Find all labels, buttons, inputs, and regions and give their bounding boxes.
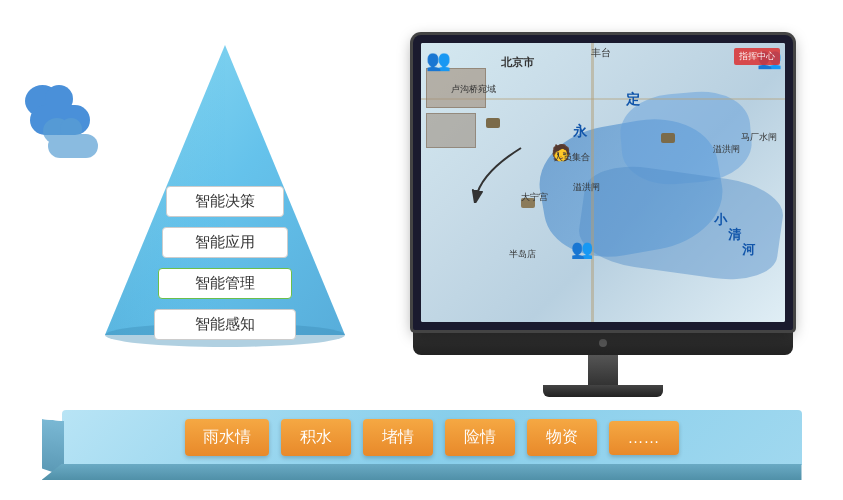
map-label-yong: 永 — [573, 123, 587, 141]
monitor-chin — [413, 330, 793, 355]
map-label-renyuan: 人员集合 — [554, 151, 590, 164]
map-label-beijing: 北京市 — [501, 55, 534, 70]
label-zhiyingyong: 智能应用 — [162, 227, 288, 258]
platform-item-more: …… — [609, 421, 679, 455]
map-label-yihong1: 溢洪闸 — [573, 181, 600, 194]
label-zhiguanli: 智能管理 — [158, 268, 292, 299]
map-content: 👥 👥 🧑 👥 指挥中心 北京市 卢沟桥宛域 丰台 永 定 人员集合 大 — [421, 43, 785, 322]
monitor-power-button — [599, 339, 607, 347]
platform-item-wuzi: 物资 — [527, 419, 597, 456]
map-label-fengtai: 丰台 — [591, 46, 611, 60]
map-label-bandao: 半岛店 — [509, 248, 536, 261]
pyramid-labels: 智能决策 智能应用 智能管理 智能感知 — [95, 40, 355, 350]
cloud-shape-2 — [40, 120, 105, 158]
truck-3 — [661, 133, 675, 143]
monitor-base — [543, 385, 663, 397]
pyramid: 智能决策 智能应用 智能管理 智能感知 — [95, 40, 355, 350]
monitor: 👥 👥 🧑 👥 指挥中心 北京市 卢沟桥宛域 丰台 永 定 人员集合 大 — [403, 35, 803, 405]
monitor-screen-wrapper: 👥 👥 🧑 👥 指挥中心 北京市 卢沟桥宛域 丰台 永 定 人员集合 大 — [413, 35, 793, 330]
platform-bottom-face — [42, 464, 802, 480]
label-zhiganzhi: 智能感知 — [154, 309, 296, 340]
map-label-yihong2: 溢洪闸 — [713, 143, 740, 156]
map-label-lugou: 卢沟桥宛域 — [451, 83, 496, 96]
people-bottom: 👥 — [571, 238, 593, 260]
bottom-platform: 雨水情 积水 堵情 险情 物资 …… — [42, 410, 802, 480]
map-indicator-zhihui: 指挥中心 — [734, 48, 780, 65]
map-label-xiao: 小 — [714, 211, 727, 229]
label-zhijuece: 智能决策 — [166, 186, 284, 217]
map-label-ding: 定 — [626, 91, 640, 109]
monitor-neck — [588, 355, 618, 385]
water-area-3 — [575, 160, 785, 287]
map-label-machang: 马厂水闸 — [741, 131, 777, 144]
label-row-2: 智能应用 — [95, 227, 355, 258]
building-2 — [426, 113, 476, 148]
platform-item-xianqing: 险情 — [445, 419, 515, 456]
label-row-3: 智能管理 — [95, 268, 355, 299]
right-section: 👥 👥 🧑 👥 指挥中心 北京市 卢沟桥宛域 丰台 永 定 人员集合 大 — [403, 35, 803, 405]
platform-items: 雨水情 积水 堵情 险情 物资 …… — [62, 410, 802, 465]
cloud-decoration — [20, 90, 100, 135]
label-row-4: 智能感知 — [95, 309, 355, 340]
main-container: 智能决策 智能应用 智能管理 智能感知 — [0, 0, 843, 500]
map-label-he: 河 — [742, 241, 755, 259]
platform-item-jishui: 积水 — [281, 419, 351, 456]
label-row-1: 智能决策 — [95, 186, 355, 217]
monitor-screen: 👥 👥 🧑 👥 指挥中心 北京市 卢沟桥宛域 丰台 永 定 人员集合 大 — [421, 43, 785, 322]
platform-3d: 雨水情 积水 堵情 险情 物资 …… — [42, 410, 802, 480]
map-label-qing: 清 — [728, 226, 741, 244]
map-arrow — [471, 143, 531, 203]
people-topleft: 👥 — [426, 48, 451, 72]
truck-1 — [486, 118, 500, 128]
left-section: 智能决策 智能应用 智能管理 智能感知 — [30, 30, 370, 410]
platform-item-duqing: 堵情 — [363, 419, 433, 456]
platform-item-yushui: 雨水情 — [185, 419, 269, 456]
